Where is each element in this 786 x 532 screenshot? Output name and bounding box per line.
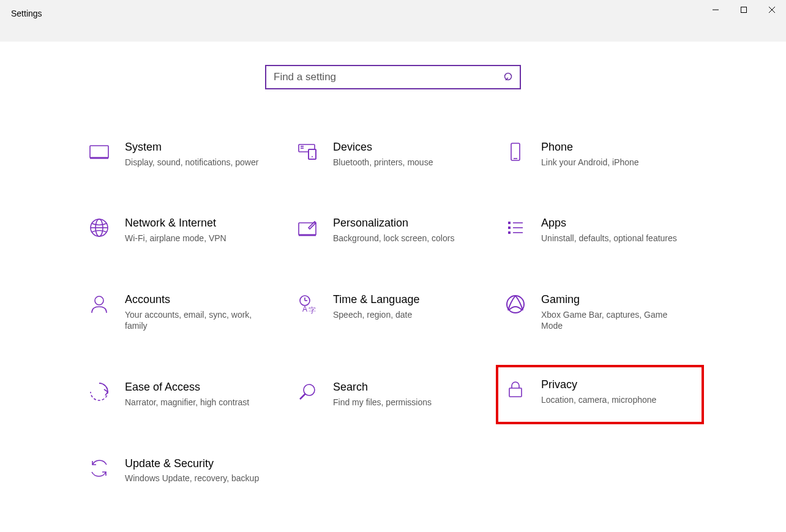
tile-title: System xyxy=(125,141,264,154)
tile-title: Apps xyxy=(541,217,681,230)
svg-rect-21 xyxy=(508,222,511,224)
tile-gaming[interactable]: Gaming Xbox Game Bar, captures, Game Mod… xyxy=(503,291,699,334)
devices-icon xyxy=(295,141,320,165)
svg-rect-25 xyxy=(508,231,511,234)
ease-of-access-icon xyxy=(87,381,111,405)
svg-text:字: 字 xyxy=(309,306,316,315)
tile-title: Devices xyxy=(333,141,473,154)
close-button[interactable] xyxy=(758,0,786,20)
accounts-icon xyxy=(87,293,111,318)
svg-point-33 xyxy=(507,296,524,313)
search-input[interactable] xyxy=(274,71,504,83)
content: System Display, sound, notifications, po… xyxy=(0,42,786,487)
tile-title: Phone xyxy=(541,141,681,154)
search-tile-icon xyxy=(295,381,320,405)
tile-title: Time & Language xyxy=(333,293,473,307)
tile-ease-of-access[interactable]: Ease of Access Narrator, magnifier, high… xyxy=(87,378,283,410)
tile-title: Personalization xyxy=(333,217,473,230)
window-controls xyxy=(702,0,786,20)
tile-apps[interactable]: Apps Uninstall, defaults, optional featu… xyxy=(503,214,699,246)
tile-title: Search xyxy=(333,381,473,394)
personalization-icon xyxy=(295,217,320,241)
tile-phone[interactable]: Phone Link your Android, iPhone xyxy=(503,138,699,170)
network-icon xyxy=(87,217,111,241)
tile-title: Update & Security xyxy=(125,457,264,471)
search-box[interactable] xyxy=(265,65,521,89)
minimize-icon xyxy=(713,7,719,13)
privacy-icon xyxy=(503,378,528,403)
svg-rect-1 xyxy=(741,7,747,13)
system-icon xyxy=(87,141,111,165)
svg-rect-6 xyxy=(90,146,108,158)
tile-title: Ease of Access xyxy=(125,381,264,394)
maximize-icon xyxy=(741,7,747,13)
svg-rect-23 xyxy=(508,227,511,229)
tile-title: Privacy xyxy=(541,378,681,392)
gaming-icon xyxy=(503,293,528,318)
window-title: Settings xyxy=(0,0,53,27)
svg-rect-9 xyxy=(309,149,316,159)
tile-desc: Your accounts, email, sync, work, family xyxy=(125,309,264,332)
titlebar: Settings xyxy=(0,0,786,42)
svg-point-4 xyxy=(505,73,512,80)
svg-point-27 xyxy=(95,296,103,305)
tile-update-security[interactable]: Update & Security Windows Update, recove… xyxy=(87,455,283,487)
tile-accounts[interactable]: Accounts Your accounts, email, sync, wor… xyxy=(87,291,283,334)
svg-line-35 xyxy=(300,394,305,399)
search-icon xyxy=(504,72,514,82)
tile-desc: Wi-Fi, airplane mode, VPN xyxy=(125,233,264,244)
tile-desc: Narrator, magnifier, high contrast xyxy=(125,397,264,408)
tile-desc: Speech, region, date xyxy=(333,309,473,321)
settings-grid: System Display, sound, notifications, po… xyxy=(87,138,699,487)
tile-title: Gaming xyxy=(541,293,681,307)
tile-desc: Find my files, permissions xyxy=(333,397,473,408)
close-icon xyxy=(769,7,775,13)
tile-desc: Xbox Game Bar, captures, Game Mode xyxy=(541,309,681,332)
tile-system[interactable]: System Display, sound, notifications, po… xyxy=(87,138,283,170)
tile-desc: Windows Update, recovery, backup xyxy=(125,473,264,484)
tile-time-language[interactable]: A字 Time & Language Speech, region, date xyxy=(295,291,491,334)
tile-network[interactable]: Network & Internet Wi-Fi, airplane mode,… xyxy=(87,214,283,246)
tile-desc: Display, sound, notifications, power xyxy=(125,157,264,168)
tile-title: Network & Internet xyxy=(125,217,264,230)
tile-personalization[interactable]: Personalization Background, lock screen,… xyxy=(295,214,491,246)
tile-search[interactable]: Search Find my files, permissions xyxy=(295,378,491,410)
time-language-icon: A字 xyxy=(295,293,320,318)
tile-title: Accounts xyxy=(125,293,264,307)
tile-desc: Bluetooth, printers, mouse xyxy=(333,157,473,168)
tile-desc: Location, camera, microphone xyxy=(541,394,681,406)
tile-desc: Background, lock screen, colors xyxy=(333,233,473,244)
tile-desc: Link your Android, iPhone xyxy=(541,157,681,168)
svg-rect-36 xyxy=(509,388,522,397)
tile-desc: Uninstall, defaults, optional features xyxy=(541,233,681,244)
svg-rect-14 xyxy=(511,143,520,160)
update-security-icon xyxy=(87,457,111,482)
apps-icon xyxy=(503,217,528,241)
maximize-button[interactable] xyxy=(730,0,758,20)
tile-devices[interactable]: Devices Bluetooth, printers, mouse xyxy=(295,138,491,170)
phone-icon xyxy=(503,141,528,165)
minimize-button[interactable] xyxy=(702,0,730,20)
svg-rect-19 xyxy=(299,223,316,235)
tile-privacy[interactable]: Privacy Location, camera, microphone xyxy=(496,365,704,424)
svg-text:A: A xyxy=(302,305,307,313)
svg-point-11 xyxy=(312,156,313,157)
